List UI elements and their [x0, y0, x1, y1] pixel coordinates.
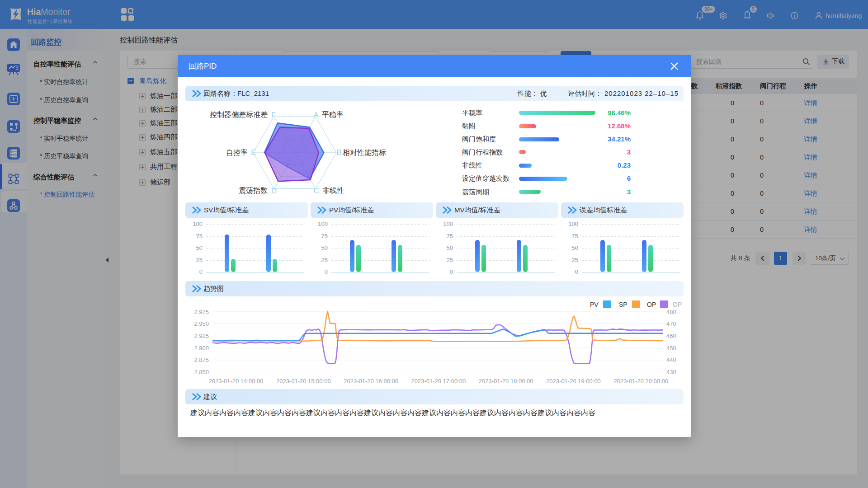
svg-text:460: 460	[666, 333, 676, 339]
svg-text:450: 450	[666, 345, 676, 352]
svg-text:2023-01-20 20:00:00: 2023-01-20 20:00:00	[613, 378, 668, 385]
svg-text:2023-01-20 18:00:00: 2023-01-20 18:00:00	[479, 378, 533, 385]
svg-text:2.875: 2.875	[194, 357, 209, 363]
svg-text:2.950: 2.950	[194, 320, 209, 327]
svg-text:2023-01-20 15:00:00: 2023-01-20 15:00:00	[276, 378, 331, 385]
svg-text:2.925: 2.925	[194, 333, 209, 339]
svg-text:2.850: 2.850	[194, 369, 209, 375]
svg-text:2023-01-20 16:00:00: 2023-01-20 16:00:00	[344, 378, 398, 385]
svg-text:2.975: 2.975	[194, 309, 209, 315]
svg-text:480: 480	[666, 309, 676, 315]
svg-text:2023-01-20 14:00:00: 2023-01-20 14:00:00	[209, 378, 264, 385]
svg-text:2023-01-20 17:00:00: 2023-01-20 17:00:00	[411, 378, 466, 385]
svg-text:430: 430	[666, 369, 676, 375]
svg-text:2.900: 2.900	[194, 345, 209, 352]
svg-text:2023-01-20 19:00:00: 2023-01-20 19:00:00	[546, 378, 601, 385]
svg-text:440: 440	[666, 357, 676, 363]
svg-text:470: 470	[666, 320, 676, 327]
